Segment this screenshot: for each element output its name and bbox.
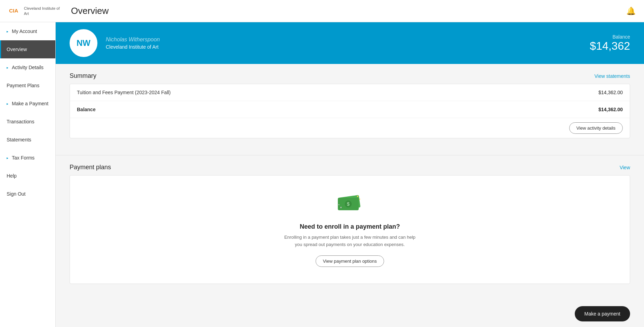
sidebar-item-sign-out[interactable]: Sign Out: [0, 185, 55, 203]
enroll-desc: Enrolling in a payment plan takes just a…: [280, 234, 420, 248]
sidebar-item-label: Sign Out: [7, 191, 25, 197]
sidebar-item-label: My Account: [12, 28, 37, 34]
svg-point-7: [359, 199, 360, 200]
cia-logo: CIA: [8, 5, 21, 17]
balance-row-label: Balance: [77, 107, 96, 112]
svg-text:$: $: [347, 201, 350, 207]
activity-btn-row: View activity details: [70, 118, 630, 138]
payment-plans-section: Payment plans View $: [56, 155, 644, 292]
content-area: Summary View statements Tuition and Fees…: [56, 64, 644, 155]
enroll-title: Need to enroll in a payment plan?: [300, 223, 400, 230]
payment-plans-header: Payment plans View: [70, 164, 630, 171]
view-payment-plan-options-button[interactable]: View payment plan options: [316, 255, 384, 267]
sidebar-item-label: Transactions: [7, 119, 34, 124]
balance-row-value: $14,362.00: [598, 107, 623, 112]
sidebar-item-label: Make a Payment: [12, 101, 48, 106]
payment-plans-view-link[interactable]: View: [620, 165, 630, 170]
sidebar-item-label: Statements: [7, 137, 31, 142]
sidebar-item-payment-plans[interactable]: Payment Plans: [0, 76, 55, 95]
sidebar-item-statements[interactable]: Statements: [0, 131, 55, 149]
sidebar-item-label: Payment Plans: [7, 83, 39, 88]
banner-user-name: Nicholas Witherspoon: [106, 36, 581, 43]
sidebar-item-help[interactable]: Help: [0, 167, 55, 185]
payment-plans-card: $ Need to enroll in a payment plan? Enro…: [70, 175, 630, 284]
balance-amount: $14,362: [590, 40, 630, 52]
chevron-icon: ▸: [7, 102, 8, 106]
banner-balance: Balance $14,362: [590, 34, 630, 52]
svg-text:CIA: CIA: [9, 7, 18, 13]
make-payment-button[interactable]: Make a payment: [575, 306, 630, 321]
sidebar-item-label: Activity Details: [12, 65, 43, 70]
svg-point-6: [357, 196, 358, 197]
sidebar-item-label: Tax Forms: [12, 155, 34, 161]
banner-institution: Cleveland Institute of Art: [106, 44, 581, 50]
sidebar-item-tax-forms[interactable]: ▸ Tax Forms: [0, 149, 55, 167]
chevron-icon: ▸: [7, 30, 8, 33]
sidebar-item-label: Help: [7, 173, 17, 179]
sidebar-item-transactions[interactable]: Transactions: [0, 113, 55, 131]
main-content: NW Nicholas Witherspoon Cleveland Instit…: [56, 22, 644, 327]
sidebar-item-label: Overview: [7, 47, 27, 52]
top-header: CIA Cleveland Institute of Art Overview …: [0, 0, 644, 22]
summary-row-label: Tuition and Fees Payment (2023-2024 Fall…: [77, 90, 171, 95]
chevron-icon: ▸: [7, 156, 8, 160]
page-title: Overview: [64, 6, 626, 16]
sidebar-item-activity-details[interactable]: ▸ Activity Details: [0, 58, 55, 76]
logo-text: Cleveland Institute of Art: [24, 6, 64, 16]
svg-point-8: [340, 207, 342, 208]
sidebar-item-make-a-payment[interactable]: ▸ Make a Payment: [0, 95, 55, 113]
chevron-icon: ▸: [7, 66, 8, 70]
bell-icon[interactable]: 🔔: [626, 7, 636, 16]
summary-card: Tuition and Fees Payment (2023-2024 Fall…: [70, 84, 630, 138]
avatar: NW: [70, 29, 97, 57]
money-illustration: $: [336, 192, 364, 218]
sidebar: ▸ My Account Overview ▸ Activity Details…: [0, 22, 56, 327]
payment-plans-title: Payment plans: [70, 164, 111, 171]
sidebar-item-overview[interactable]: Overview: [0, 40, 55, 58]
balance-label: Balance: [590, 34, 630, 40]
logo-area: CIA Cleveland Institute of Art: [8, 5, 64, 17]
blue-banner: NW Nicholas Witherspoon Cleveland Instit…: [56, 22, 644, 64]
banner-user-info: Nicholas Witherspoon Cleveland Institute…: [106, 36, 581, 50]
summary-row-tuition: Tuition and Fees Payment (2023-2024 Fall…: [70, 84, 630, 101]
summary-title: Summary: [70, 72, 96, 80]
summary-row-value: $14,362.00: [598, 90, 623, 95]
view-activity-details-button[interactable]: View activity details: [569, 122, 623, 134]
view-statements-link[interactable]: View statements: [595, 73, 630, 79]
summary-header: Summary View statements: [70, 72, 630, 80]
summary-row-balance: Balance $14,362.00: [70, 101, 630, 118]
sidebar-item-my-account[interactable]: ▸ My Account: [0, 22, 55, 40]
svg-point-9: [338, 204, 339, 205]
